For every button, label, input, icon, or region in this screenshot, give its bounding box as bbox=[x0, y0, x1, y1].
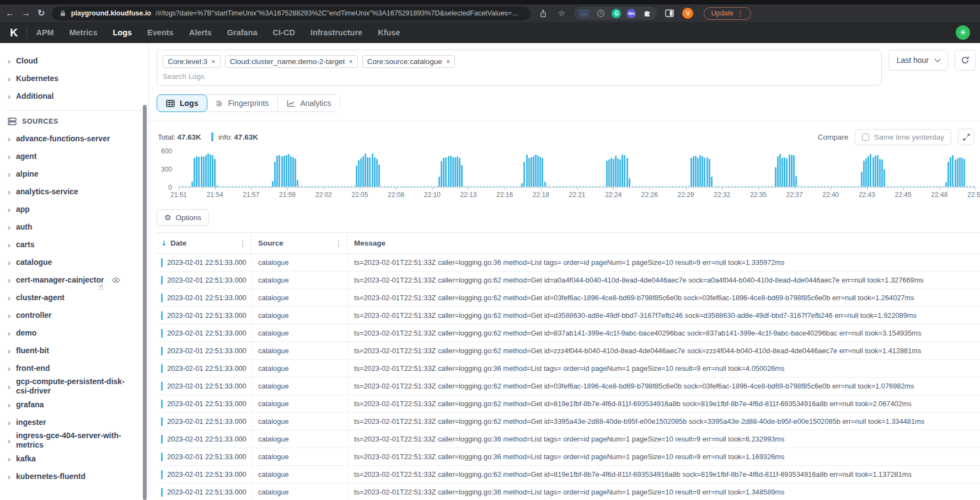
share-icon[interactable] bbox=[538, 8, 549, 19]
sidebar-item-ingester[interactable]: ›ingester bbox=[8, 413, 148, 431]
nav-item-grafana[interactable]: Grafana bbox=[227, 28, 258, 37]
table-row[interactable]: 2023-02-01 22:51:33.000cataloguets=2023-… bbox=[157, 430, 980, 448]
remove-chip-icon[interactable]: × bbox=[211, 57, 216, 66]
checkbox-icon[interactable] bbox=[862, 134, 869, 141]
bookmark-star-icon[interactable]: ☆ bbox=[556, 8, 567, 19]
table-row[interactable]: 2023-02-01 22:51:33.000cataloguets=2023-… bbox=[157, 307, 980, 325]
nav-item-events[interactable]: Events bbox=[147, 28, 174, 37]
table-row[interactable]: 2023-02-01 22:51:33.000cataloguets=2023-… bbox=[157, 448, 980, 466]
workspaces-icon[interactable]: Ws bbox=[626, 9, 636, 18]
facet-group-additional[interactable]: ›Additional bbox=[8, 87, 148, 105]
chart-bar bbox=[274, 162, 276, 187]
sidebar-item-demo[interactable]: ›demo bbox=[8, 324, 148, 342]
sidebar-item-advance-functions-server[interactable]: ›advance-functions-server bbox=[8, 130, 148, 147]
nav-item-metrics[interactable]: Metrics bbox=[69, 28, 98, 37]
facet-group-cloud[interactable]: ›Cloud bbox=[8, 52, 148, 70]
browser-reload-icon[interactable]: ↻ bbox=[38, 9, 45, 18]
gear-icon: ⚙ bbox=[164, 213, 172, 222]
more-extensions-icon[interactable]: ... bbox=[579, 9, 590, 17]
nav-item-ci-cd[interactable]: CI-CD bbox=[273, 28, 295, 37]
search-input[interactable]: Search Logs bbox=[163, 72, 876, 81]
options-button[interactable]: ⚙ Options bbox=[157, 209, 209, 226]
sidebar-item-fluent-bit[interactable]: ›fluent-bit bbox=[8, 342, 148, 359]
eye-icon[interactable] bbox=[112, 277, 120, 283]
chart-plot-area[interactable] bbox=[179, 151, 976, 188]
table-row[interactable]: 2023-02-01 22:51:33.000cataloguets=2023-… bbox=[157, 483, 980, 500]
sidebar-item-catalogue[interactable]: ›catalogue bbox=[8, 253, 148, 271]
nav-item-logs[interactable]: Logs bbox=[113, 28, 132, 37]
column-header-source[interactable]: Source ⋮ bbox=[251, 233, 347, 253]
sidebar-item-auth[interactable]: ›auth bbox=[8, 218, 148, 236]
table-row[interactable]: 2023-02-01 22:51:33.000cataloguets=2023-… bbox=[157, 254, 980, 272]
sidebar-item-agent[interactable]: ›agent bbox=[8, 147, 148, 165]
table-row[interactable]: 2023-02-01 22:51:33.000cataloguets=2023-… bbox=[157, 395, 980, 413]
column-header-date[interactable]: ↓ Date ⋮ bbox=[157, 233, 251, 253]
history-clock-icon[interactable] bbox=[595, 8, 606, 19]
address-bar[interactable]: playground.kloudfuse.io/#/logs?date=%7B"… bbox=[52, 7, 531, 20]
browser-forward-icon[interactable]: → bbox=[22, 9, 30, 18]
sidebar-item-alpine[interactable]: ›alpine bbox=[8, 165, 148, 183]
tab-fingerprints[interactable]: Fingerprints bbox=[206, 95, 277, 111]
sidebar-item-kubernetes-fluentd[interactable]: ›kubernetes-fluentd bbox=[8, 467, 148, 485]
table-row[interactable]: 2023-02-01 22:51:33.000cataloguets=2023-… bbox=[157, 325, 980, 342]
column-header-message[interactable]: Message bbox=[347, 233, 980, 253]
sidebar-item-carts[interactable]: ›carts bbox=[8, 236, 148, 253]
sidebar-item-controller[interactable]: ›controller bbox=[8, 306, 148, 324]
compare-yesterday-toggle[interactable]: Same time yesterday bbox=[855, 129, 951, 145]
source-column-menu-icon[interactable]: ⋮ bbox=[335, 239, 342, 248]
nav-item-infrastructure[interactable]: Infrastructure bbox=[310, 28, 362, 37]
sources-list: ›advance-functions-server›agent›alpine›a… bbox=[8, 130, 148, 485]
sidebar-item-app[interactable]: ›app bbox=[8, 200, 148, 218]
browser-update-button[interactable]: Update ⋮ bbox=[704, 7, 751, 20]
browser-menu-icon[interactable]: ⋮ bbox=[737, 9, 744, 18]
cell-message: ts=2023-02-01T22:51:33Z caller=logging.g… bbox=[347, 276, 980, 284]
filter-chip-cloud-cluster-name-demo-2-target[interactable]: Cloud:cluster_name:demo-2-target× bbox=[225, 55, 358, 68]
time-range-picker[interactable]: Last hour bbox=[888, 50, 948, 71]
nav-item-kfuse[interactable]: Kfuse bbox=[378, 28, 400, 37]
tab-label: Analytics bbox=[300, 99, 331, 108]
tab-logs[interactable]: Logs bbox=[157, 94, 207, 112]
grammarly-icon[interactable]: G bbox=[612, 9, 621, 18]
chevron-right-icon: › bbox=[8, 276, 10, 284]
sidebar-item-ingress-gce-404-server-with-metrics[interactable]: ›ingress-gce-404-server-with-metrics bbox=[8, 431, 148, 450]
filter-chip-core-source-catalogue[interactable]: Core:source:catalogue× bbox=[362, 55, 455, 68]
nav-item-apm[interactable]: APM bbox=[36, 28, 53, 37]
sidebar-item-cluster-agent[interactable]: ›cluster-agent bbox=[8, 289, 148, 306]
facet-group-kubernetes[interactable]: ›Kubernetes bbox=[8, 70, 148, 87]
collapse-chart-button[interactable] bbox=[958, 129, 974, 145]
sidebar-item-gcp-compute-persistent-disk-csi-driver[interactable]: ›gcp-compute-persistent-disk-csi-driver bbox=[8, 377, 148, 396]
x-tick-label: 21:54 bbox=[207, 191, 223, 199]
chart-bar bbox=[286, 155, 287, 187]
remove-chip-icon[interactable]: × bbox=[446, 57, 451, 66]
table-row[interactable]: 2023-02-01 22:51:33.000cataloguets=2023-… bbox=[157, 466, 980, 483]
kloudfuse-logo[interactable]: K bbox=[10, 26, 18, 39]
table-row[interactable]: 2023-02-01 22:51:33.000cataloguets=2023-… bbox=[157, 377, 980, 395]
remove-chip-icon[interactable]: × bbox=[349, 57, 353, 66]
puzzle-extension-icon[interactable] bbox=[641, 8, 652, 19]
nav-item-alerts[interactable]: Alerts bbox=[189, 28, 212, 37]
filter-chip-core-level-3[interactable]: Core:level:3× bbox=[163, 55, 221, 68]
sidebar-item-analytics-service[interactable]: ›analytics-service bbox=[8, 183, 148, 200]
refresh-button[interactable] bbox=[955, 50, 976, 71]
table-row[interactable]: 2023-02-01 22:51:33.000cataloguets=2023-… bbox=[157, 360, 980, 377]
sidebar-scrollbar[interactable] bbox=[143, 105, 147, 500]
table-row[interactable]: 2023-02-01 22:51:33.000cataloguets=2023-… bbox=[157, 272, 980, 289]
table-row[interactable]: 2023-02-01 22:51:33.000cataloguets=2023-… bbox=[157, 289, 980, 307]
sidebar-item-kafka[interactable]: ›kafka bbox=[8, 450, 148, 467]
date-column-menu-icon[interactable]: ⋮ bbox=[239, 239, 247, 248]
facet-group-label: Additional bbox=[16, 92, 53, 101]
chart-bar bbox=[372, 153, 373, 187]
sort-desc-icon[interactable]: ↓ bbox=[161, 239, 167, 247]
browser-profile-avatar[interactable]: V bbox=[682, 8, 693, 19]
sidebar-item-cert-manager-cainjector[interactable]: ›cert-manager-cainjector☝ bbox=[8, 271, 148, 289]
sidebar-item-grafana[interactable]: ›grafana bbox=[8, 396, 148, 413]
table-row[interactable]: 2023-02-01 22:51:33.000cataloguets=2023-… bbox=[157, 413, 980, 430]
sidebar-item-front-end[interactable]: ›front-end bbox=[8, 359, 148, 377]
tab-analytics[interactable]: Analytics bbox=[277, 95, 340, 111]
app-avatar[interactable]: ✳ bbox=[956, 25, 970, 40]
split-screen-icon[interactable] bbox=[664, 8, 675, 19]
log-volume-chart[interactable]: 6003000 21:5121:5421:5721:5922:0222:0522… bbox=[157, 151, 976, 201]
table-row[interactable]: 2023-02-01 22:51:33.000cataloguets=2023-… bbox=[157, 342, 980, 360]
log-search-box[interactable]: Core:level:3×Cloud:cluster_name:demo-2-t… bbox=[157, 50, 882, 86]
browser-back-icon[interactable]: ← bbox=[6, 9, 14, 18]
